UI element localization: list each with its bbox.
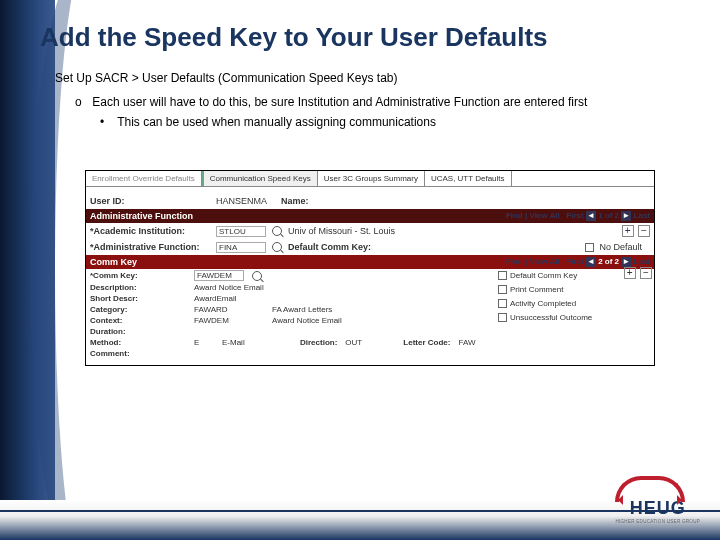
lookup-icon[interactable] <box>272 226 282 236</box>
bullet-level-1: o Each user will have to do this, be sur… <box>75 95 720 109</box>
find-link[interactable]: Find <box>506 257 523 266</box>
last-link[interactable]: Last <box>634 211 650 220</box>
lookup-icon[interactable] <box>272 242 282 252</box>
last-link[interactable]: Last <box>634 257 650 266</box>
comm-key-input[interactable]: FAWDEM <box>194 270 244 281</box>
letter-code-label: Letter Code: <box>403 338 450 347</box>
prev-icon[interactable]: ◄ <box>586 211 596 221</box>
category-value: FAWARD <box>194 305 264 314</box>
first-link[interactable]: First <box>566 257 583 266</box>
letter-code-value: FAW <box>458 338 475 347</box>
logo-arc-icon <box>615 476 685 502</box>
direction-value: OUT <box>345 338 375 347</box>
tab-user-3c-groups[interactable]: User 3C Groups Summary <box>318 171 425 186</box>
context-label: Context: <box>90 316 186 325</box>
admin-function-input[interactable]: FINA <box>216 242 266 253</box>
bullet-marker: • <box>100 115 114 129</box>
breadcrumb: Set Up SACR > User Defaults (Communicati… <box>55 71 720 85</box>
admin-function-label: *Administrative Function: <box>90 242 210 252</box>
category-label: Category: <box>90 305 186 314</box>
academic-institution-desc: Univ of Missouri - St. Louis <box>288 226 395 236</box>
tab-strip: Enrollment Override Defaults Communicati… <box>86 171 654 187</box>
add-row-button[interactable]: + <box>622 225 634 237</box>
find-link[interactable]: Find <box>506 211 523 220</box>
prev-icon[interactable]: ◄ <box>586 257 596 267</box>
record-position: 2 of 2 <box>598 257 619 266</box>
name-label: Name: <box>281 196 309 206</box>
category-desc: FA Award Letters <box>272 305 332 314</box>
unsuccessful-outcome-checkbox[interactable] <box>498 313 507 322</box>
description-label: Description: <box>90 283 186 292</box>
record-position: 1 of 2 <box>598 211 619 220</box>
app-screenshot: Enrollment Override Defaults Communicati… <box>85 170 655 366</box>
default-comm-key-label: Default Comm Key: <box>288 242 371 252</box>
description-value: Award Notice Email <box>194 283 264 292</box>
default-comm-key-checkbox[interactable] <box>498 271 507 280</box>
bullet-marker: o <box>75 95 89 109</box>
academic-institution-input[interactable]: STLOU <box>216 226 266 237</box>
user-id-value: HANSENMA <box>216 196 267 206</box>
comm-key-label: *Comm Key: <box>90 271 186 280</box>
admin-function-bar: Administrative Function <box>90 211 193 221</box>
method-desc: E-Mail <box>222 338 272 347</box>
lookup-icon[interactable] <box>252 271 262 281</box>
logo-subtitle: HIGHER EDUCATION USER GROUP <box>615 519 700 524</box>
slide-title: Add the Speed Key to Your User Defaults <box>0 0 720 53</box>
first-link[interactable]: First <box>566 211 583 220</box>
checkbox-group: Default Comm Key Print Comment Activity … <box>498 269 648 281</box>
method-label: Method: <box>90 338 186 347</box>
viewall-link[interactable]: View All <box>529 257 559 266</box>
tab-comm-speed-keys[interactable]: Communication Speed Keys <box>202 171 318 186</box>
delete-row-button[interactable]: − <box>638 225 650 237</box>
bullet-level-2: • This can be used when manually assigni… <box>100 115 720 129</box>
direction-label: Direction: <box>300 338 337 347</box>
duration-label: Duration: <box>90 327 186 336</box>
scroll-nav-2: Find | View All First ◄ 2 of 2 ► Last <box>506 257 650 267</box>
add-row-button[interactable]: + <box>624 267 636 279</box>
tab-enrollment-override[interactable]: Enrollment Override Defaults <box>86 171 202 186</box>
heug-logo: HEUG HIGHER EDUCATION USER GROUP <box>615 476 700 524</box>
context-value: FAWDEM <box>194 316 264 325</box>
no-default-checkbox[interactable] <box>585 243 594 252</box>
short-descr-value: AwardEmail <box>194 294 264 303</box>
next-icon[interactable]: ► <box>621 257 631 267</box>
tab-ucas-utt-defaults[interactable]: UCAS, UTT Defaults <box>425 171 512 186</box>
activity-completed-checkbox[interactable] <box>498 299 507 308</box>
scroll-nav-1: Find | View All First ◄ 1 of 2 ► Last <box>506 211 650 221</box>
no-default-label: No Default <box>599 242 642 252</box>
comm-key-bar: Comm Key <box>90 257 137 267</box>
comment-label: Comment: <box>90 349 186 358</box>
method-code: E <box>194 338 214 347</box>
delete-row-button[interactable]: − <box>640 267 652 279</box>
user-id-label: User ID: <box>90 196 210 206</box>
next-icon[interactable]: ► <box>621 211 631 221</box>
short-descr-label: Short Descr: <box>90 294 186 303</box>
print-comment-checkbox[interactable] <box>498 285 507 294</box>
viewall-link[interactable]: View All <box>529 211 559 220</box>
academic-institution-label: *Academic Institution: <box>90 226 210 236</box>
context-desc: Award Notice Email <box>272 316 342 325</box>
